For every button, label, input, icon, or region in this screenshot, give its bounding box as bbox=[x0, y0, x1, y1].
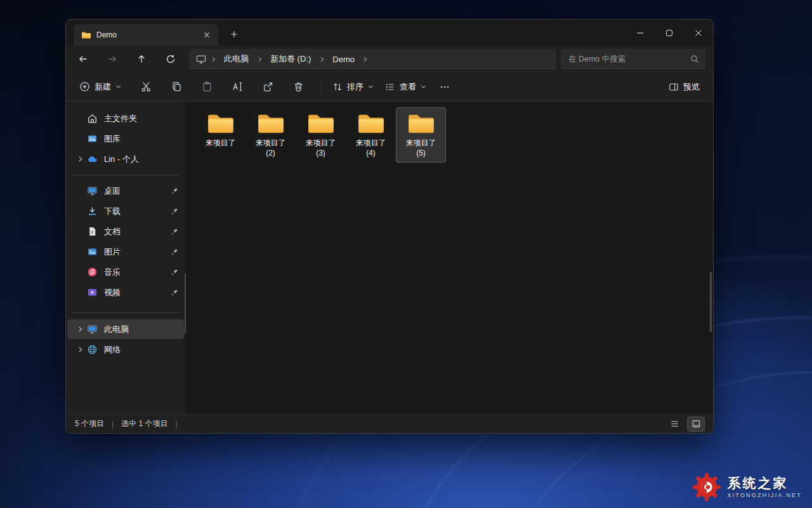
forward-button[interactable] bbox=[98, 48, 127, 70]
search-input[interactable] bbox=[568, 55, 690, 64]
sidebar-item-home[interactable]: 主文件夹 bbox=[67, 109, 184, 128]
sidebar-item-desktop[interactable]: 桌面 bbox=[67, 181, 184, 201]
file-item[interactable]: 来项目了 (2) bbox=[246, 108, 295, 162]
breadcrumb-demo[interactable]: Demo bbox=[327, 53, 360, 66]
sort-button[interactable]: 排序 bbox=[327, 76, 379, 98]
navigation-bar: 此电脑 新加卷 (D:) Demo bbox=[66, 46, 713, 72]
selection-count: 选中 1 个项目 bbox=[121, 418, 167, 429]
sidebar-item-onedrive[interactable]: Lin - 个人 bbox=[67, 149, 184, 169]
minimize-button[interactable] bbox=[625, 20, 655, 46]
pin-icon bbox=[165, 268, 184, 276]
chevron-right-icon bbox=[360, 57, 370, 62]
new-plus-icon bbox=[79, 81, 90, 92]
paste-button[interactable] bbox=[194, 76, 219, 98]
pin-icon bbox=[165, 248, 184, 256]
chevron-down-icon bbox=[115, 84, 121, 90]
watermark-site: XITONGZHIJIA.NET bbox=[727, 492, 802, 498]
status-separator: | bbox=[175, 420, 177, 429]
chevron-down-icon bbox=[368, 84, 374, 90]
search-icon[interactable] bbox=[690, 55, 699, 64]
desktop-wallpaper: Demo bbox=[0, 0, 812, 508]
watermark: 系统之家 XITONGZHIJIA.NET bbox=[692, 472, 802, 502]
maximize-button[interactable] bbox=[655, 20, 684, 46]
file-list-pane[interactable]: 来项目了 来项目了 (2) bbox=[186, 102, 713, 414]
onedrive-cloud-icon bbox=[86, 154, 98, 165]
cut-button[interactable] bbox=[133, 76, 159, 98]
content-scrollbar-thumb[interactable] bbox=[710, 272, 712, 332]
sidebar-item-network[interactable]: 网络 bbox=[67, 340, 184, 359]
pin-icon bbox=[165, 288, 184, 297]
this-pc-icon bbox=[194, 54, 208, 64]
sidebar: 主文件夹 图库 bbox=[66, 102, 185, 414]
pin-icon bbox=[165, 207, 184, 215]
folder-icon bbox=[81, 31, 91, 39]
this-pc-icon bbox=[86, 324, 98, 335]
status-bar: 5 个项目 | 选中 1 个项目 | bbox=[66, 414, 713, 433]
downloads-icon bbox=[86, 206, 98, 217]
more-options-button[interactable] bbox=[432, 76, 457, 98]
sidebar-item-documents[interactable]: 文档 bbox=[67, 222, 184, 241]
sidebar-item-gallery[interactable]: 图库 bbox=[67, 129, 184, 149]
details-view-button[interactable] bbox=[666, 417, 683, 431]
delete-button[interactable] bbox=[285, 76, 311, 98]
large-icons-view-button[interactable] bbox=[688, 417, 704, 431]
command-toolbar: 新建 bbox=[66, 72, 713, 102]
sort-icon bbox=[332, 82, 343, 92]
view-icon bbox=[385, 82, 395, 92]
file-item[interactable]: 来项目了 (3) bbox=[296, 108, 345, 162]
chevron-right-icon[interactable] bbox=[74, 326, 86, 333]
chevron-right-icon bbox=[317, 57, 327, 62]
sidebar-item-music[interactable]: 音乐 bbox=[67, 262, 184, 282]
sidebar-item-downloads[interactable]: 下载 bbox=[67, 201, 184, 221]
new-tab-button[interactable] bbox=[225, 25, 244, 44]
preview-button[interactable]: 预览 bbox=[663, 76, 705, 98]
up-button[interactable] bbox=[127, 48, 156, 70]
back-button[interactable] bbox=[69, 48, 98, 70]
file-item[interactable]: 来项目了 bbox=[196, 108, 245, 152]
share-button[interactable] bbox=[255, 76, 280, 98]
watermark-logo-icon bbox=[692, 472, 721, 502]
watermark-name: 系统之家 bbox=[727, 476, 802, 491]
pictures-icon bbox=[86, 246, 98, 258]
preview-icon bbox=[669, 82, 679, 92]
tab-close-button[interactable] bbox=[199, 27, 214, 43]
toolbar-separator bbox=[321, 80, 322, 94]
breadcrumb: 此电脑 新加卷 (D:) Demo bbox=[189, 49, 556, 69]
copy-button[interactable] bbox=[164, 76, 189, 98]
sidebar-item-pictures[interactable]: 图片 bbox=[67, 242, 184, 262]
file-grid: 来项目了 来项目了 (2) bbox=[196, 108, 713, 162]
videos-icon bbox=[86, 287, 98, 298]
breadcrumb-drive-d[interactable]: 新加卷 (D:) bbox=[265, 51, 317, 67]
chevron-right-icon bbox=[208, 57, 218, 62]
folder-icon bbox=[407, 112, 436, 135]
tab-title: Demo bbox=[96, 30, 194, 39]
search-box[interactable] bbox=[561, 49, 705, 69]
music-icon bbox=[86, 267, 98, 278]
chevron-right-icon[interactable] bbox=[74, 346, 86, 353]
view-button[interactable]: 查看 bbox=[379, 76, 432, 98]
file-explorer-window: Demo bbox=[65, 19, 714, 434]
refresh-button[interactable] bbox=[156, 48, 185, 70]
gallery-icon bbox=[86, 133, 98, 145]
rename-button[interactable] bbox=[225, 76, 250, 98]
file-item[interactable]: 来项目了 (4) bbox=[346, 108, 395, 162]
desktop-icon bbox=[86, 185, 98, 197]
item-count: 5 个项目 bbox=[75, 418, 104, 429]
chevron-right-icon bbox=[254, 57, 265, 62]
sidebar-item-this-pc[interactable]: 此电脑 bbox=[67, 319, 184, 339]
pin-icon bbox=[165, 187, 184, 195]
home-icon bbox=[86, 113, 98, 124]
new-button[interactable]: 新建 bbox=[74, 76, 127, 98]
sidebar-item-videos[interactable]: 视频 bbox=[67, 283, 184, 302]
tab-bar: Demo bbox=[66, 20, 713, 46]
status-separator: | bbox=[112, 420, 114, 429]
pin-icon bbox=[165, 227, 184, 236]
folder-icon bbox=[306, 112, 336, 135]
close-button[interactable] bbox=[684, 20, 713, 46]
chevron-right-icon[interactable] bbox=[74, 156, 86, 163]
file-item-selected[interactable]: 来项目了 (5) bbox=[396, 108, 445, 162]
tab-demo[interactable]: Demo bbox=[74, 24, 218, 46]
network-icon bbox=[86, 344, 98, 356]
folder-icon bbox=[357, 112, 386, 135]
breadcrumb-this-pc[interactable]: 此电脑 bbox=[218, 51, 254, 67]
